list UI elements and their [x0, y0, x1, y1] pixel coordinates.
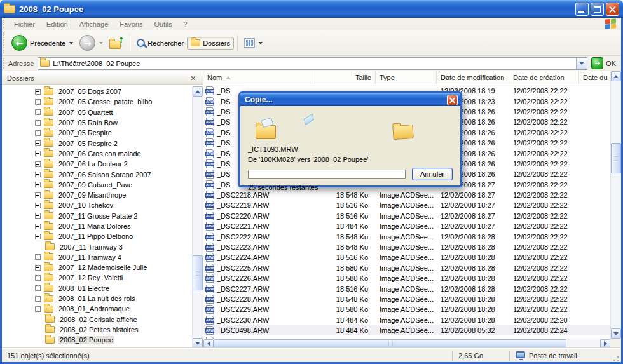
expand-plus-icon[interactable]	[35, 285, 41, 291]
expand-plus-icon[interactable]	[35, 182, 41, 187]
file-row[interactable]: _DSC2223.ARW18 548 KoImage ACDSee...12/0…	[203, 242, 610, 252]
menu-item-fichier[interactable]: Fichier	[8, 19, 41, 29]
expand-plus-icon[interactable]	[35, 254, 41, 260]
copy-dialog-close-button[interactable]	[447, 95, 458, 105]
expand-plus-icon[interactable]	[35, 130, 41, 136]
file-row[interactable]: _DSC2224.ARW18 516 KoImage ACDSee...12/0…	[203, 252, 610, 262]
expand-plus-icon[interactable]	[35, 265, 41, 271]
back-button[interactable]: ← Précédente	[8, 33, 76, 53]
search-button[interactable]: Rechercher	[134, 37, 187, 49]
address-dropdown-button[interactable]	[576, 58, 587, 69]
expand-plus-icon[interactable]	[35, 89, 41, 95]
list-scroll-left-button[interactable]	[203, 339, 214, 348]
views-button[interactable]	[241, 36, 266, 50]
list-scrollbar-thumb[interactable]	[611, 143, 621, 173]
tree-item[interactable]: 2007_05 Grosse_patate_bilbo	[2, 97, 192, 107]
file-row[interactable]: _DSC2220.ARW18 516 KoImage ACDSee...12/0…	[203, 211, 610, 221]
tree-item[interactable]: 2008_02 Cerisaie affiche	[2, 314, 192, 325]
up-button[interactable]: ↑	[106, 36, 127, 51]
column-header-5[interactable]: Date du c	[579, 71, 610, 84]
list-scroll-up-button[interactable]	[611, 71, 621, 81]
list-scroll-right-button[interactable]	[600, 339, 610, 348]
list-hscrollbar[interactable]	[203, 339, 610, 348]
expand-plus-icon[interactable]	[35, 203, 41, 208]
tree-item[interactable]: 2008_01_Andromaque	[2, 304, 192, 314]
tree-item[interactable]: 2007_11 Tramway 4	[2, 252, 192, 262]
resize-grip[interactable]	[611, 351, 620, 360]
addressbar-grip[interactable]	[3, 58, 6, 69]
expand-plus-icon[interactable]	[35, 172, 41, 177]
copy-dialog-titlebar[interactable]: Copie...	[240, 93, 460, 106]
views-dropdown-icon[interactable]	[259, 42, 263, 44]
tree-item[interactable]: 2007_11 Tramway 3	[2, 241, 192, 252]
tree-item[interactable]: 2007_05 Rain Bow	[2, 118, 192, 128]
close-button[interactable]	[606, 3, 619, 16]
menu-item-favoris[interactable]: Favoris	[114, 19, 148, 29]
file-row[interactable]: _DSC2226.ARW18 580 KoImage ACDSee...12/0…	[203, 273, 610, 283]
column-header-4[interactable]: Date de création	[509, 71, 579, 84]
file-row[interactable]: _DSC2227.ARW18 516 KoImage ACDSee...12/0…	[203, 283, 610, 293]
column-header-3[interactable]: Date de modification	[437, 71, 509, 84]
address-combobox[interactable]: L:\Théâtre\2008_02 Poupee	[38, 57, 587, 70]
forward-dropdown-icon[interactable]	[99, 42, 103, 44]
tree-item[interactable]: 2008_02 Poupee	[2, 335, 192, 345]
tree-item[interactable]: 2007_06 Gros con malade	[2, 149, 192, 159]
expand-plus-icon[interactable]	[35, 234, 41, 239]
tree-item[interactable]: 2007_12 Rey_Valetti	[2, 273, 192, 283]
tree-item[interactable]: 2007_05 Respire	[2, 128, 192, 138]
file-row[interactable]: _DSC2230.ARW18 484 KoImage ACDSee...12/0…	[203, 315, 610, 325]
file-row[interactable]: _DSC2229.ARW18 580 KoImage ACDSee...12/0…	[203, 304, 610, 314]
title-bar[interactable]: 2008_02 Poupee	[0, 0, 623, 18]
tree-item[interactable]: 2007_05 Dogs 2007	[2, 86, 192, 97]
expand-plus-icon[interactable]	[35, 109, 41, 115]
expand-plus-icon[interactable]	[35, 275, 41, 281]
tree-item[interactable]: 2008_01 Electre	[2, 283, 192, 293]
tree-item[interactable]: 2007_11 Pippo Delbono	[2, 231, 192, 241]
column-header-1[interactable]: Taille	[315, 71, 376, 84]
cancel-button[interactable]: Annuler	[412, 168, 453, 180]
list-hscrollbar-thumb[interactable]	[214, 339, 566, 348]
folders-panel-close-icon[interactable]: ×	[189, 74, 198, 83]
tree-scrollbar[interactable]	[192, 86, 203, 348]
expand-plus-icon[interactable]	[35, 99, 41, 105]
tree-item[interactable]: 2007_10 Tchekov	[2, 200, 192, 210]
menu-item-affichage[interactable]: Affichage	[74, 19, 114, 29]
file-row[interactable]: _DSC2219.ARW18 516 KoImage ACDSee...12/0…	[203, 200, 610, 210]
tree-item[interactable]: 2007_05 Respire 2	[2, 138, 192, 148]
tree-scrollbar-thumb[interactable]	[193, 255, 203, 290]
menubar-grip[interactable]	[3, 20, 6, 28]
forward-button[interactable]: →	[76, 33, 106, 53]
tree-scroll-up-button[interactable]	[193, 86, 203, 97]
tree-item[interactable]: 2007_12 Mademoiselle Julie	[2, 262, 192, 273]
file-row[interactable]: _DSC0498.ARW18 484 KoImage ACDSee...12/0…	[203, 325, 610, 335]
folders-button[interactable]: Dossiers	[187, 37, 234, 50]
file-row[interactable]: _DSC2228.ARW18 548 KoImage ACDSee...12/0…	[203, 294, 610, 304]
expand-plus-icon[interactable]	[35, 213, 41, 219]
expand-plus-icon[interactable]	[35, 161, 41, 167]
tree-item[interactable]: 2007_06 La Douleur 2	[2, 159, 192, 169]
tree-item[interactable]: 2007_09 Cabaret_Pave	[2, 180, 192, 190]
menu-item-?[interactable]: ?	[178, 19, 193, 29]
tree-item[interactable]: 2008_01 La nuit des rois	[2, 293, 192, 304]
menu-item-edition[interactable]: Edition	[41, 19, 74, 29]
list-scroll-down-button[interactable]	[611, 328, 621, 339]
tree-item[interactable]: 2007_09 Misanthrope	[2, 190, 192, 200]
file-row[interactable]: _DSC2218.ARW18 548 KoImage ACDSee...12/0…	[203, 190, 610, 200]
expand-plus-icon[interactable]	[35, 306, 41, 312]
file-row[interactable]: _DSC2222.ARW18 548 KoImage ACDSee...12/0…	[203, 231, 610, 241]
minimize-button[interactable]	[575, 3, 589, 16]
tree-item[interactable]: 2007_11 Grosse Patate 2	[2, 211, 192, 221]
file-row[interactable]: _DSC2225.ARW18 580 KoImage ACDSee...12/0…	[203, 263, 610, 273]
go-button[interactable]: →	[591, 57, 603, 69]
expand-plus-icon[interactable]	[35, 224, 41, 229]
expand-plus-icon[interactable]	[35, 120, 41, 126]
column-header-2[interactable]: Type	[376, 71, 437, 84]
menu-item-outils[interactable]: Outils	[148, 19, 177, 29]
tree-item[interactable]: 2007_06 Saison Sorano 2007	[2, 169, 192, 179]
file-row[interactable]: _DSC2221.ARW18 484 KoImage ACDSee...12/0…	[203, 221, 610, 231]
address-value[interactable]: L:\Théâtre\2008_02 Poupee	[53, 60, 140, 67]
expand-plus-icon[interactable]	[35, 140, 41, 146]
toolbar-grip[interactable]	[3, 32, 6, 53]
column-header-0[interactable]: Nom	[203, 71, 315, 84]
expand-plus-icon[interactable]	[35, 296, 41, 302]
